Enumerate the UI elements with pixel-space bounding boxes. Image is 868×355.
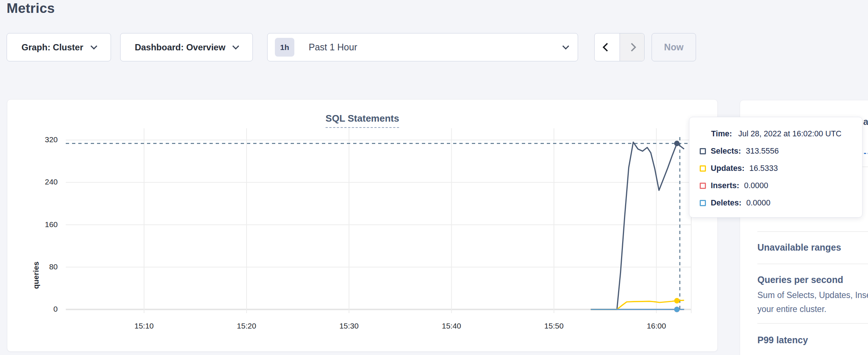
tooltip-series-selects: Selects:313.5556	[700, 146, 862, 156]
x-tick-label: 15:20	[230, 322, 263, 330]
sidebar-heading-p99-latency: P99 latency	[757, 335, 808, 345]
tooltip-series-label: Updates:	[711, 164, 745, 173]
now-button[interactable]: Now	[652, 33, 696, 61]
y-tick-label: 0	[32, 305, 58, 313]
divider	[757, 323, 868, 324]
page-title: Metrics	[7, 1, 55, 16]
chevron-down-icon	[90, 43, 97, 49]
selects-color-swatch-icon	[700, 148, 706, 154]
graph-dropdown[interactable]: Graph: Cluster	[7, 33, 111, 61]
series-line-selects	[591, 142, 684, 309]
chevron-left-icon	[603, 43, 611, 51]
y-tick-label: 80	[32, 262, 58, 271]
y-tick-label: 160	[32, 220, 58, 229]
sidebar-description-line: Sum of Selects, Updates, Inser	[757, 290, 868, 300]
tooltip-series-deletes: Deletes:0.0000	[700, 198, 862, 208]
chevron-down-icon	[562, 43, 569, 49]
divider	[757, 263, 868, 264]
tooltip-series-label: Selects:	[711, 147, 741, 156]
x-tick-label: 16:00	[640, 322, 673, 330]
next-time-button[interactable]	[620, 33, 645, 61]
time-range-badge: 1h	[275, 38, 294, 57]
tooltip-series-value: 0.0000	[746, 198, 771, 208]
tooltip-series-value: 16.5333	[749, 164, 778, 173]
deletes-color-swatch-icon	[700, 200, 706, 206]
inserts-color-swatch-icon	[700, 183, 706, 189]
hover-point-updates	[674, 298, 679, 304]
time-step-control	[594, 33, 645, 61]
tooltip-time-value: Jul 28, 2022 at 16:02:00 UTC	[738, 129, 842, 139]
y-tick-label: 240	[32, 178, 58, 186]
now-button-label: Now	[664, 42, 684, 53]
x-tick-label: 15:10	[128, 322, 161, 330]
time-range-label: Past 1 Hour	[309, 42, 563, 53]
sidebar-description-line: your entire cluster.	[757, 304, 826, 314]
tooltip-series-label: Inserts:	[711, 181, 739, 190]
previous-time-button[interactable]	[595, 33, 620, 61]
x-tick-label: 15:50	[537, 322, 570, 330]
hover-point-selects	[674, 141, 679, 146]
x-tick-label: 15:40	[435, 322, 468, 330]
hover-point-deletes	[674, 307, 679, 312]
tooltip-series-label: Deletes:	[711, 198, 742, 208]
tooltip-series-value: 313.5556	[746, 147, 779, 156]
tooltip-time-label: Time:	[711, 129, 732, 139]
series-line-updates	[591, 300, 684, 309]
divider	[757, 231, 868, 232]
chart-hover-tooltip: Time: Jul 28, 2022 at 16:02:00 UTC Selec…	[689, 117, 862, 218]
tooltip-time-row: Time: Jul 28, 2022 at 16:02:00 UTC	[711, 129, 862, 139]
chevron-down-icon	[233, 43, 239, 49]
chevron-right-icon	[628, 43, 636, 51]
tooltip-series-value: 0.0000	[744, 181, 768, 190]
graph-dropdown-label: Graph: Cluster	[21, 42, 83, 53]
tooltip-series-inserts: Inserts:0.0000	[700, 180, 862, 191]
sql-statements-chart-card: SQL Statements queries 080160240320 15:1…	[7, 99, 718, 352]
dashboard-dropdown-label: Dashboard: Overview	[135, 42, 226, 53]
sidebar-heading-unavailable-ranges: Unavailable ranges	[757, 242, 841, 253]
occluded-heading-fragment: a	[863, 116, 868, 127]
chart-plot-area[interactable]	[7, 100, 718, 352]
sidebar-heading-queries-per-second: Queries per second	[757, 275, 843, 285]
dashboard-dropdown[interactable]: Dashboard: Overview	[120, 33, 253, 61]
x-tick-label: 15:30	[333, 322, 366, 330]
updates-color-swatch-icon	[700, 165, 706, 172]
time-range-selector[interactable]: 1h Past 1 Hour	[267, 33, 578, 61]
y-tick-label: 320	[32, 135, 58, 144]
occluded-link-fragment	[864, 147, 868, 154]
tooltip-series-updates: Updates:16.5333	[700, 163, 862, 173]
